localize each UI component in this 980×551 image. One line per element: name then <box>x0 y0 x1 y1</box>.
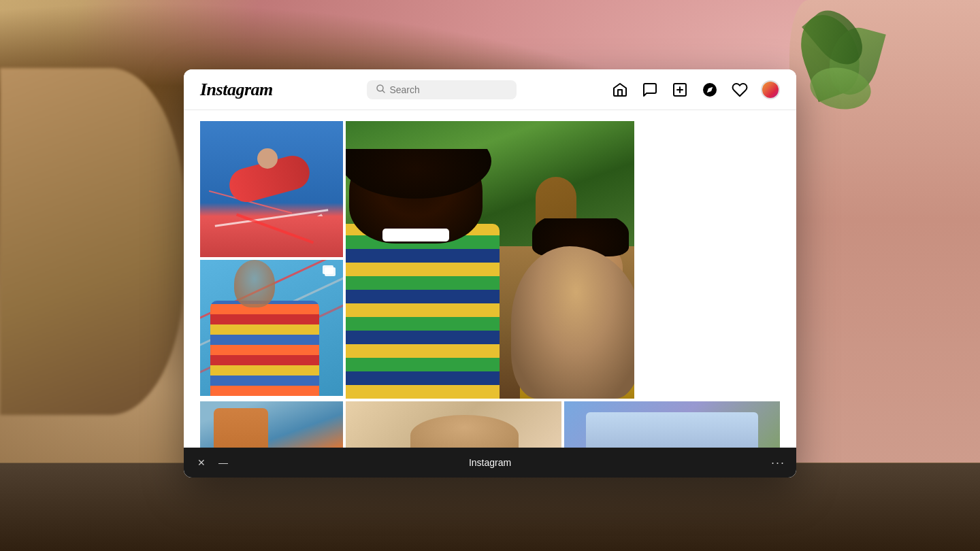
minimize-icon: — <box>218 457 228 468</box>
search-icon <box>376 84 385 95</box>
person-head <box>257 148 278 169</box>
navbar: Instagram <box>184 69 796 110</box>
profile-avatar[interactable] <box>761 80 780 99</box>
explore-grid-container[interactable] <box>184 110 796 478</box>
grid-item-selfie[interactable] <box>346 121 634 399</box>
explore-icon[interactable] <box>701 81 719 99</box>
new-post-icon[interactable] <box>671 81 689 99</box>
messenger-icon[interactable] <box>641 81 659 99</box>
teeth <box>382 229 449 241</box>
more-options-button[interactable]: ··· <box>771 456 785 470</box>
titlebar-title: Instagram <box>469 457 511 468</box>
main-person <box>346 149 500 399</box>
close-icon: ✕ <box>197 457 206 468</box>
second-person <box>520 218 634 399</box>
close-button[interactable]: ✕ <box>195 456 208 469</box>
titlebar-controls: ✕ — <box>195 456 230 469</box>
yellow-jacket <box>520 290 634 399</box>
window-titlebar: ✕ — Instagram ··· <box>184 448 796 478</box>
nav-icons-group <box>611 80 780 99</box>
grid-item-sports[interactable] <box>200 121 343 257</box>
svg-rect-7 <box>323 265 333 274</box>
grid-item-striped[interactable] <box>200 260 343 396</box>
bg-left-shape <box>0 68 184 415</box>
court-red-zone <box>200 216 343 257</box>
person-face <box>234 260 275 307</box>
white-shirt <box>544 344 617 371</box>
search-input[interactable] <box>389 84 507 95</box>
top-row <box>200 121 780 399</box>
main-shirt <box>346 224 500 399</box>
app-content: Instagram <box>184 69 796 478</box>
grid-wrapper <box>200 121 780 456</box>
instagram-window: Instagram <box>184 69 796 478</box>
home-icon[interactable] <box>611 81 629 99</box>
minimize-button[interactable]: — <box>216 456 230 469</box>
svg-line-1 <box>382 90 385 93</box>
notifications-icon[interactable] <box>731 81 749 99</box>
second-hair <box>532 218 629 256</box>
person-torso <box>210 301 319 396</box>
left-column <box>200 121 343 396</box>
instagram-logo: Instagram <box>200 80 273 100</box>
avatar-gradient <box>762 82 779 98</box>
multi-image-badge <box>323 265 338 280</box>
search-bar[interactable] <box>367 80 517 99</box>
